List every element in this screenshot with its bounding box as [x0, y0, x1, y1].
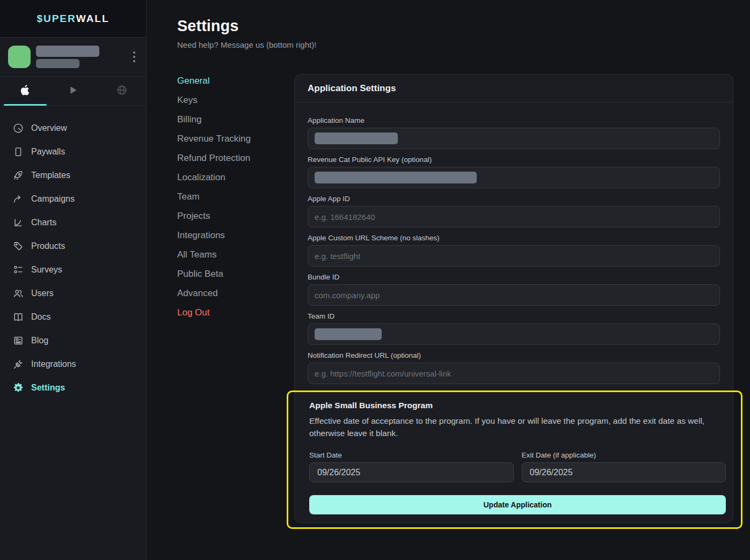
- brand-logo: $UPERWALL: [0, 0, 146, 38]
- start-date-label: Start Date: [309, 451, 514, 459]
- panel-title: Application Settings: [295, 75, 733, 102]
- logo-suffix: WALL: [76, 13, 110, 25]
- apple-app-id-input[interactable]: [308, 206, 720, 227]
- settings-nav-localization[interactable]: Localization: [177, 172, 294, 183]
- field-team-id: Team ID: [308, 312, 720, 345]
- settings-nav-public-beta[interactable]: Public Beta: [177, 268, 294, 279]
- tab-apple[interactable]: [0, 77, 49, 105]
- exit-date-input[interactable]: [522, 462, 726, 482]
- bundle-id-input[interactable]: [308, 284, 720, 306]
- settings-nav-team[interactable]: Team: [177, 191, 294, 202]
- settings-nav-keys[interactable]: Keys: [177, 94, 294, 106]
- sidebar-item-label: Overview: [31, 123, 67, 133]
- redacted-value: [315, 132, 398, 144]
- sidebar: $UPERWALL: [0, 0, 147, 560]
- field-notification-redirect-url: Notification Redirect URL (optional): [308, 351, 720, 384]
- field-label: Application Name: [308, 116, 720, 124]
- smartphone-icon: [12, 146, 24, 158]
- users-icon: [12, 288, 24, 299]
- exit-date-label: Exit Date (if applicable): [522, 451, 726, 459]
- plug-icon: [12, 358, 24, 370]
- settings-nav-general[interactable]: General: [177, 75, 294, 86]
- field-label: Apple Custom URL Scheme (no slashes): [308, 234, 720, 242]
- sidebar-item-label: Campaigns: [31, 194, 75, 204]
- play-icon: [67, 84, 79, 98]
- sidebar-item-surveys[interactable]: Surveys: [0, 258, 146, 282]
- sidebar-item-overview[interactable]: Overview: [0, 116, 146, 140]
- sidebar-item-docs[interactable]: Docs: [0, 305, 146, 329]
- globe-icon: [116, 84, 128, 98]
- checklist-icon: [12, 264, 24, 276]
- small-business-program-description: Effective date of acceptance to the prog…: [309, 415, 726, 439]
- application-settings-panel: Application Settings Application Name Re…: [294, 74, 733, 523]
- account-switcher[interactable]: [0, 38, 146, 77]
- sidebar-item-label: Surveys: [31, 265, 62, 275]
- sidebar-item-blog[interactable]: Blog: [0, 329, 146, 352]
- application-name-input[interactable]: [308, 128, 720, 149]
- notification-redirect-url-input[interactable]: [308, 363, 720, 384]
- sidebar-item-templates[interactable]: Templates: [0, 164, 146, 187]
- sidebar-item-label: Paywalls: [31, 147, 65, 157]
- field-apple-custom-url-scheme: Apple Custom URL Scheme (no slashes): [308, 234, 720, 267]
- field-apple-app-id: Apple App ID: [308, 195, 720, 227]
- start-date-field: Start Date: [309, 451, 514, 482]
- revenuecat-api-key-input[interactable]: [308, 167, 720, 188]
- tag-icon: [12, 240, 24, 252]
- line-chart-icon: [12, 217, 24, 229]
- page-title: Settings: [177, 16, 733, 35]
- apple-icon: [19, 84, 30, 99]
- gear-icon: [12, 382, 24, 394]
- field-label: Revenue Cat Public API Key (optional): [308, 156, 720, 164]
- account-info: [36, 46, 125, 68]
- field-label: Team ID: [308, 312, 720, 320]
- sidebar-item-label: Users: [31, 289, 54, 298]
- account-name-redacted: [36, 46, 99, 57]
- sidebar-item-campaigns[interactable]: Campaigns: [0, 187, 146, 211]
- main-content: Settings Need help? Message us (bottom r…: [147, 0, 750, 560]
- sidebar-item-label: Products: [31, 241, 65, 251]
- settings-nav-log-out[interactable]: Log Out: [177, 307, 294, 318]
- settings-nav-billing[interactable]: Billing: [177, 114, 294, 125]
- settings-nav-all-teams[interactable]: All Teams: [177, 249, 294, 260]
- sidebar-item-label: Docs: [31, 312, 50, 322]
- apple-custom-url-scheme-input[interactable]: [308, 245, 720, 267]
- sidebar-item-label: Templates: [31, 171, 70, 180]
- field-revenuecat-api-key: Revenue Cat Public API Key (optional): [308, 156, 720, 188]
- field-application-name: Application Name: [308, 116, 720, 149]
- app-root: $UPERWALL: [0, 0, 750, 560]
- newspaper-icon: [12, 335, 24, 347]
- clock-icon: [12, 122, 24, 134]
- field-label: Apple App ID: [308, 195, 720, 203]
- sidebar-item-users[interactable]: Users: [0, 282, 146, 305]
- sidebar-item-settings[interactable]: Settings: [0, 376, 146, 400]
- exit-date-field: Exit Date (if applicable): [522, 451, 726, 482]
- update-application-button[interactable]: Update Application: [309, 495, 726, 514]
- sidebar-item-label: Charts: [31, 218, 56, 227]
- account-menu-kebab-icon[interactable]: [130, 48, 139, 65]
- settings-nav: General Keys Billing Revenue Tracking Re…: [177, 74, 294, 523]
- sidebar-item-label: Settings: [31, 383, 65, 393]
- tab-google-play[interactable]: [49, 77, 98, 105]
- field-label: Bundle ID: [308, 273, 720, 281]
- settings-nav-projects[interactable]: Projects: [177, 210, 294, 222]
- sidebar-nav: Overview Paywalls Templates: [0, 106, 146, 400]
- sidebar-item-integrations[interactable]: Integrations: [0, 352, 146, 376]
- tab-web[interactable]: [97, 77, 146, 105]
- field-bundle-id: Bundle ID: [308, 273, 720, 306]
- sidebar-item-paywalls[interactable]: Paywalls: [0, 140, 146, 164]
- sidebar-item-products[interactable]: Products: [0, 234, 146, 258]
- settings-nav-revenue-tracking[interactable]: Revenue Tracking: [177, 133, 294, 144]
- sidebar-item-label: Integrations: [31, 359, 76, 369]
- sidebar-item-charts[interactable]: Charts: [0, 211, 146, 234]
- start-date-input[interactable]: [309, 462, 514, 482]
- small-business-program-title: Apple Small Business Program: [309, 400, 726, 410]
- settings-nav-advanced[interactable]: Advanced: [177, 288, 294, 299]
- promote-arrow-icon: [12, 193, 24, 205]
- team-id-input[interactable]: [308, 323, 720, 345]
- settings-nav-integrations[interactable]: Integrations: [177, 230, 294, 241]
- settings-nav-refund-protection[interactable]: Refund Protection: [177, 152, 294, 164]
- sidebar-item-label: Blog: [31, 336, 48, 345]
- account-subtitle-redacted: [36, 59, 79, 68]
- logo-prefix: $UPER: [37, 13, 76, 25]
- book-icon: [12, 311, 24, 323]
